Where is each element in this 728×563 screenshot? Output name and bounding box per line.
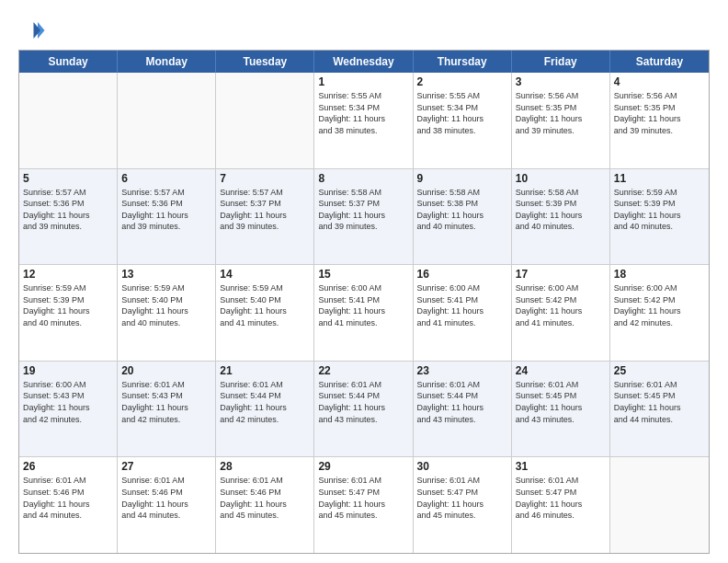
day-info: Sunrise: 6:01 AM Sunset: 5:46 PM Dayligh…	[121, 475, 211, 521]
cal-cell-30: 28Sunrise: 6:01 AM Sunset: 5:46 PM Dayli…	[216, 457, 314, 553]
day-number: 6	[121, 172, 211, 185]
day-number: 12	[23, 268, 113, 281]
day-number: 4	[614, 75, 705, 88]
cal-cell-31: 29Sunrise: 6:01 AM Sunset: 5:47 PM Dayli…	[314, 457, 413, 553]
cal-cell-19: 17Sunrise: 6:00 AM Sunset: 5:42 PM Dayli…	[512, 265, 610, 361]
day-info: Sunrise: 5:55 AM Sunset: 5:34 PM Dayligh…	[318, 90, 408, 136]
cal-cell-15: 13Sunrise: 5:59 AM Sunset: 5:40 PM Dayli…	[118, 265, 216, 361]
day-info: Sunrise: 6:01 AM Sunset: 5:44 PM Dayligh…	[417, 379, 507, 425]
header-day-tuesday: Tuesday	[216, 51, 314, 73]
cal-cell-25: 23Sunrise: 6:01 AM Sunset: 5:44 PM Dayli…	[414, 362, 512, 457]
day-number: 5	[23, 172, 113, 185]
day-number: 22	[318, 364, 408, 377]
cal-cell-5: 3Sunrise: 5:56 AM Sunset: 5:35 PM Daylig…	[512, 73, 610, 168]
calendar-body: 1Sunrise: 5:55 AM Sunset: 5:34 PM Daylig…	[19, 73, 709, 553]
page: SundayMondayTuesdayWednesdayThursdayFrid…	[0, 0, 728, 563]
day-info: Sunrise: 5:56 AM Sunset: 5:35 PM Dayligh…	[516, 90, 606, 136]
week-row-1: 1Sunrise: 5:55 AM Sunset: 5:34 PM Daylig…	[19, 73, 709, 169]
calendar-outer: SundayMondayTuesdayWednesdayThursdayFrid…	[18, 50, 710, 554]
day-number: 19	[23, 364, 113, 377]
day-number: 30	[417, 460, 507, 473]
cal-cell-24: 22Sunrise: 6:01 AM Sunset: 5:44 PM Dayli…	[314, 362, 413, 457]
day-number: 17	[516, 268, 606, 281]
cal-cell-26: 24Sunrise: 6:01 AM Sunset: 5:45 PM Dayli…	[512, 362, 610, 457]
cal-cell-3: 1Sunrise: 5:55 AM Sunset: 5:34 PM Daylig…	[314, 73, 413, 168]
cal-cell-10: 8Sunrise: 5:58 AM Sunset: 5:37 PM Daylig…	[314, 169, 413, 265]
cal-cell-33: 31Sunrise: 6:01 AM Sunset: 5:47 PM Dayli…	[512, 457, 610, 553]
day-number: 21	[220, 364, 310, 377]
cal-cell-14: 12Sunrise: 5:59 AM Sunset: 5:39 PM Dayli…	[19, 265, 118, 361]
cal-cell-0	[19, 73, 118, 168]
header-day-thursday: Thursday	[414, 51, 512, 73]
cal-cell-11: 9Sunrise: 5:58 AM Sunset: 5:38 PM Daylig…	[414, 169, 512, 265]
cal-cell-13: 11Sunrise: 5:59 AM Sunset: 5:39 PM Dayli…	[610, 169, 709, 265]
cal-cell-27: 25Sunrise: 6:01 AM Sunset: 5:45 PM Dayli…	[610, 362, 709, 457]
day-info: Sunrise: 5:59 AM Sunset: 5:39 PM Dayligh…	[23, 282, 113, 328]
week-row-3: 12Sunrise: 5:59 AM Sunset: 5:39 PM Dayli…	[19, 265, 709, 362]
day-number: 18	[614, 268, 705, 281]
logo-icon	[18, 17, 46, 44]
day-info: Sunrise: 5:59 AM Sunset: 5:40 PM Dayligh…	[121, 282, 211, 328]
cal-cell-29: 27Sunrise: 6:01 AM Sunset: 5:46 PM Dayli…	[118, 457, 216, 553]
cal-cell-7: 5Sunrise: 5:57 AM Sunset: 5:36 PM Daylig…	[19, 169, 118, 265]
day-number: 2	[417, 75, 507, 88]
cal-cell-1	[118, 73, 216, 168]
week-row-5: 26Sunrise: 6:01 AM Sunset: 5:46 PM Dayli…	[19, 457, 709, 553]
week-row-2: 5Sunrise: 5:57 AM Sunset: 5:36 PM Daylig…	[19, 169, 709, 266]
day-info: Sunrise: 5:58 AM Sunset: 5:38 PM Dayligh…	[417, 187, 507, 233]
day-info: Sunrise: 6:00 AM Sunset: 5:42 PM Dayligh…	[614, 282, 705, 328]
cal-cell-20: 18Sunrise: 6:00 AM Sunset: 5:42 PM Dayli…	[610, 265, 709, 361]
day-number: 14	[220, 268, 310, 281]
cal-cell-22: 20Sunrise: 6:01 AM Sunset: 5:43 PM Dayli…	[118, 362, 216, 457]
day-info: Sunrise: 6:00 AM Sunset: 5:41 PM Dayligh…	[318, 282, 408, 328]
day-info: Sunrise: 5:58 AM Sunset: 5:39 PM Dayligh…	[516, 187, 606, 233]
day-info: Sunrise: 5:57 AM Sunset: 5:36 PM Dayligh…	[23, 187, 113, 233]
day-number: 24	[516, 364, 606, 377]
header-day-monday: Monday	[118, 51, 216, 73]
day-number: 15	[318, 268, 408, 281]
header-day-saturday: Saturday	[610, 51, 709, 73]
day-info: Sunrise: 5:57 AM Sunset: 5:37 PM Dayligh…	[220, 187, 310, 233]
day-info: Sunrise: 5:59 AM Sunset: 5:39 PM Dayligh…	[614, 187, 705, 233]
day-number: 28	[220, 460, 310, 473]
calendar-header: SundayMondayTuesdayWednesdayThursdayFrid…	[19, 51, 709, 73]
day-number: 16	[417, 268, 507, 281]
day-number: 1	[318, 75, 408, 88]
day-info: Sunrise: 5:56 AM Sunset: 5:35 PM Dayligh…	[614, 90, 705, 136]
day-number: 29	[318, 460, 408, 473]
day-info: Sunrise: 5:55 AM Sunset: 5:34 PM Dayligh…	[417, 90, 507, 136]
cal-cell-34	[610, 457, 709, 553]
day-info: Sunrise: 5:57 AM Sunset: 5:36 PM Dayligh…	[121, 187, 211, 233]
day-info: Sunrise: 6:00 AM Sunset: 5:42 PM Dayligh…	[516, 282, 606, 328]
day-number: 3	[516, 75, 606, 88]
day-info: Sunrise: 6:01 AM Sunset: 5:44 PM Dayligh…	[318, 379, 408, 425]
day-info: Sunrise: 6:00 AM Sunset: 5:41 PM Dayligh…	[417, 282, 507, 328]
day-number: 9	[417, 172, 507, 185]
day-info: Sunrise: 5:58 AM Sunset: 5:37 PM Dayligh…	[318, 187, 408, 233]
logo	[18, 17, 50, 44]
cal-cell-18: 16Sunrise: 6:00 AM Sunset: 5:41 PM Dayli…	[414, 265, 512, 361]
header-day-sunday: Sunday	[19, 51, 118, 73]
cal-cell-21: 19Sunrise: 6:00 AM Sunset: 5:43 PM Dayli…	[19, 362, 118, 457]
day-info: Sunrise: 5:59 AM Sunset: 5:40 PM Dayligh…	[220, 282, 310, 328]
day-number: 20	[121, 364, 211, 377]
day-number: 31	[516, 460, 606, 473]
day-number: 13	[121, 268, 211, 281]
day-info: Sunrise: 6:01 AM Sunset: 5:45 PM Dayligh…	[614, 379, 705, 425]
day-info: Sunrise: 6:00 AM Sunset: 5:43 PM Dayligh…	[23, 379, 113, 425]
cal-cell-28: 26Sunrise: 6:01 AM Sunset: 5:46 PM Dayli…	[19, 457, 118, 553]
cal-cell-8: 6Sunrise: 5:57 AM Sunset: 5:36 PM Daylig…	[118, 169, 216, 265]
day-number: 8	[318, 172, 408, 185]
day-number: 27	[121, 460, 211, 473]
day-number: 26	[23, 460, 113, 473]
header	[18, 17, 710, 44]
cal-cell-12: 10Sunrise: 5:58 AM Sunset: 5:39 PM Dayli…	[512, 169, 610, 265]
cal-cell-16: 14Sunrise: 5:59 AM Sunset: 5:40 PM Dayli…	[216, 265, 314, 361]
day-number: 23	[417, 364, 507, 377]
day-info: Sunrise: 6:01 AM Sunset: 5:47 PM Dayligh…	[417, 475, 507, 521]
day-info: Sunrise: 6:01 AM Sunset: 5:47 PM Dayligh…	[516, 475, 606, 521]
header-day-wednesday: Wednesday	[314, 51, 413, 73]
day-info: Sunrise: 6:01 AM Sunset: 5:45 PM Dayligh…	[516, 379, 606, 425]
day-number: 25	[614, 364, 705, 377]
day-number: 11	[614, 172, 705, 185]
